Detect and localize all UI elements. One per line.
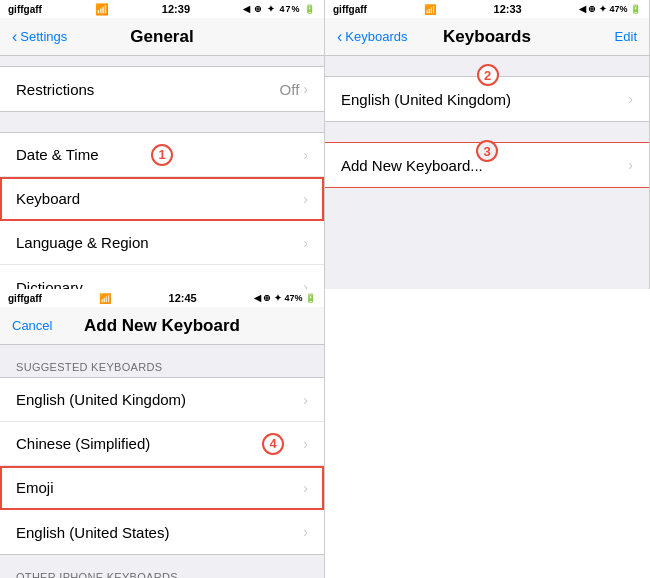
status-icons-1: ◀ ⊕ ✦ 47% 🔋 [243,4,316,14]
status-bar-4: giffgaff 📶 12:45 ◀ ⊕ ✦ 47% 🔋 [0,289,324,307]
chevron-english-uk: › [628,91,633,107]
time-1: 12:39 [162,3,190,15]
wifi-icon-4: 📶 [99,293,111,304]
edit-button[interactable]: Edit [615,29,637,44]
item-label-add-keyboard: Add New Keyboard... [341,157,483,174]
item-label-english-uk: English (United Kingdom) [341,91,511,108]
carrier-3: giffgaff [333,4,367,15]
status-bar-1: giffgaff 📶 12:39 ◀ ⊕ ✦ 47% 🔋 [0,0,324,18]
item-value-dictionary: › [303,279,308,289]
back-label-1: Settings [20,29,67,44]
badge-4: 4 [262,433,284,455]
chevron-emoji: › [303,480,308,496]
section-body-suggested: English (United Kingdom) › Chinese (Simp… [0,377,324,555]
panel-add-keyboard: giffgaff 📶 12:45 ◀ ⊕ ✦ 47% 🔋 Cancel Add … [0,289,325,578]
list-item-suggested-english-uk[interactable]: English (United Kingdom) › [0,378,324,422]
badge-3: 3 [476,140,498,162]
section-header-other: OTHER IPHONE KEYBOARDS [0,565,324,578]
back-chevron-1: ‹ [12,28,17,46]
content-1: Restrictions Off › Date & Time [0,56,324,289]
nav-title-3: Keyboards [443,27,531,47]
item-value-chinese-simplified: 4 › [303,436,308,452]
status-icons-3: ◀ ⊕ ✦ 47% 🔋 [579,4,641,14]
item-value-english-uk: › [628,91,633,107]
list-item-keyboard[interactable]: Keyboard › [0,177,324,221]
list-item-english-us[interactable]: English (United States) › [0,510,324,554]
list-item-chinese-simplified[interactable]: Chinese (Simplified) 4 › [0,422,324,466]
list-item-date-time[interactable]: Date & Time 1 › [0,133,324,177]
list-item-language[interactable]: Language & Region › [0,221,324,265]
item-value-emoji: › [303,480,308,496]
section-add-keyboard: 3 Add New Keyboard... › [325,142,649,188]
status-icons-4: ◀ ⊕ ✦ 47% 🔋 [254,293,316,303]
badge-1: 1 [151,144,173,166]
chevron-date-time: › [303,147,308,163]
list-item-emoji[interactable]: Emoji › [0,466,324,510]
content-3: English (United Kingdom) › 3 Add New Key… [325,56,649,289]
nav-bar-3: ‹ Keyboards Keyboards Edit [325,18,649,56]
section-suggested: SUGGESTED KEYBOARDS English (United King… [0,355,324,555]
item-value-date-time: 1 › [303,147,308,163]
cancel-button[interactable]: Cancel [12,318,52,333]
status-bar-3: giffgaff 📶 12:33 ◀ ⊕ ✦ 47% 🔋 [325,0,649,18]
section-header-suggested: SUGGESTED KEYBOARDS [0,355,324,377]
item-value-keyboard: › [303,191,308,207]
item-label-language: Language & Region [16,234,149,251]
item-value-add-keyboard: › [628,157,633,173]
item-value-language: › [303,235,308,251]
gap-3b [325,122,649,132]
item-label-emoji: Emoji [16,479,54,496]
time-3: 12:33 [494,3,522,15]
nav-title-1: General [130,27,193,47]
nav-bar-1: ‹ Settings General [0,18,324,56]
nav-bar-4: Cancel Add New Keyboard [0,307,324,345]
item-value-suggested-english-uk: › [303,392,308,408]
chevron-add-keyboard: › [628,157,633,173]
wifi-icon-1: 📶 [95,3,109,16]
item-label-chinese-simplified: Chinese (Simplified) [16,435,150,452]
item-label-suggested-english-uk: English (United Kingdom) [16,391,186,408]
back-chevron-3: ‹ [337,28,342,46]
panel-general: giffgaff 📶 12:39 ◀ ⊕ ✦ 47% 🔋 ‹ Settings … [0,0,325,289]
panel-keyboards-list: giffgaff 📶 12:33 ◀ ⊕ ✦ 47% 🔋 ‹ Keyboards… [325,0,650,289]
chevron-language: › [303,235,308,251]
section-body-restrictions: Restrictions Off › [0,66,324,112]
back-label-3: Keyboards [345,29,407,44]
chevron-suggested-english-uk: › [303,392,308,408]
time-4: 12:45 [169,292,197,304]
list-item-restrictions[interactable]: Restrictions Off › [0,67,324,111]
restrictions-value: Off [280,81,300,98]
badge-2: 2 [477,64,499,86]
carrier-4: giffgaff [8,293,42,304]
item-value-restrictions: Off › [280,81,308,98]
section-general-items: Date & Time 1 › Keyboard › [0,132,324,289]
item-label-dictionary: Dictionary [16,279,83,290]
back-button-1[interactable]: ‹ Settings [12,28,67,46]
section-restrictions: Restrictions Off › [0,66,324,112]
list-item-dictionary[interactable]: Dictionary › [0,265,324,289]
item-label-date-time: Date & Time [16,146,99,163]
item-label-restrictions: Restrictions [16,81,94,98]
chevron-keyboard: › [303,191,308,207]
chevron-chinese-simplified: › [303,436,308,452]
back-button-3[interactable]: ‹ Keyboards [337,28,407,46]
item-label-keyboard: Keyboard [16,190,80,207]
cancel-label: Cancel [12,318,52,333]
wifi-icon-3: 📶 [424,4,436,15]
chevron-english-us: › [303,524,308,540]
nav-title-4: Add New Keyboard [84,316,240,336]
section-body-general: Date & Time 1 › Keyboard › [0,132,324,289]
chevron-dictionary: › [303,279,308,289]
chevron-restrictions: › [303,81,308,97]
item-label-english-us: English (United States) [16,524,169,541]
item-value-english-us: › [303,524,308,540]
carrier-1: giffgaff [8,4,42,15]
content-4: SUGGESTED KEYBOARDS English (United King… [0,345,324,578]
section-other-keyboards: OTHER IPHONE KEYBOARDS [0,565,324,578]
gap-1 [0,112,324,122]
